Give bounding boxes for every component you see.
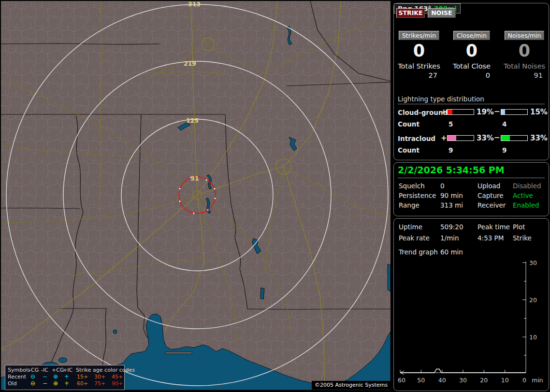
plus-sign: + (441, 108, 447, 116)
strikes-per-min-value: 0 (396, 41, 442, 60)
range-value: 313 mi (440, 201, 463, 209)
total-noises-label: Total Noises (501, 62, 548, 70)
capture-label: Capture (478, 192, 504, 199)
datetime-display: 2/2/2026 5:34:56 PM (398, 165, 505, 175)
total-strikes-label: Total Strikes (396, 62, 442, 70)
ic-plus-bar-fill (448, 136, 456, 140)
cg-minus-bar (501, 109, 528, 115)
ring-label-125: 125 (186, 117, 199, 124)
recent-neg-cg-icon: ⊖ (30, 374, 35, 380)
peak-time-value: 4:53 PM (478, 234, 504, 242)
ring-label-313: 313 (188, 1, 201, 8)
intracloud-label: Intracloud (398, 135, 435, 142)
cg-plus-bar-fill (448, 110, 452, 114)
copyright-notice: ©2005 Astrogenic Systems (312, 381, 391, 390)
legend-row-old-label: Old (8, 380, 17, 387)
y-tick-20: 20 (529, 296, 537, 304)
noises-per-min-button[interactable]: Noises/min (505, 31, 545, 40)
close-per-min-button[interactable]: Close/min (453, 31, 490, 40)
ic-minus-pct: 33% (530, 134, 548, 142)
legend-header-pcg: +CG (52, 367, 64, 373)
x-tick-20: 20 (480, 377, 488, 384)
squelch-label: Squelch (399, 182, 425, 190)
noises-per-min-column: Noises/min 0 Total Noises 91 (501, 30, 548, 79)
lightning-map[interactable]: 313 219 125 31 (1, 1, 391, 390)
capture-state: Active (513, 192, 533, 199)
squelch-value: 0 (440, 182, 445, 190)
distribution-title: Lightning type distribution (398, 95, 484, 103)
cg-minus-pct: 15% (530, 108, 548, 116)
nexstorm-window: 313 219 125 31 Symbols -CG -IC +CG +IC S… (0, 0, 550, 392)
ic-count-label: Count (398, 146, 420, 154)
ic-plus-bar (447, 135, 474, 141)
age-code-15: 15+ (77, 374, 91, 380)
strike-mode-button[interactable]: STRIKE (396, 8, 425, 18)
trend-panel: Uptime 509:20 Peak time Plot Peak rate 1… (393, 218, 549, 391)
legend-header-nic: -IC (41, 367, 48, 373)
noise-mode-button[interactable]: NOISE (428, 8, 456, 18)
trend-y-labels: 30 20 10 (529, 259, 537, 341)
ic-minus-count: 9 (502, 146, 507, 154)
x-tick-30: 30 (459, 377, 467, 384)
upload-label: Upload (478, 182, 500, 190)
strikes-per-min-button[interactable]: Strikes/min (399, 31, 439, 40)
ic-minus-bar (501, 135, 528, 141)
recent-pos-ic-icon: + (64, 374, 69, 380)
y-tick-10: 10 (529, 334, 537, 341)
persistence-value: 90 min (440, 192, 463, 199)
age-code-90: 90+ (112, 380, 126, 387)
ring-label-219: 219 (184, 60, 196, 67)
recent-pos-cg-icon: ⊕ (53, 374, 58, 380)
cg-minus-bar-fill (501, 110, 505, 114)
close-per-min-column: Close/min 0 Total Close 0 (449, 30, 495, 79)
peak-time-label: Peak time (478, 223, 510, 231)
old-pos-ic-icon: + (64, 380, 69, 387)
plot-label: Plot (513, 223, 525, 231)
cg-plus-pct: 19% (477, 108, 494, 116)
trend-axes (400, 262, 526, 375)
trend-x-labels: 60 50 40 30 20 10 0 min (398, 377, 543, 384)
old-neg-ic-icon: − (43, 380, 47, 387)
peak-rate-value: 1/min (440, 234, 459, 242)
range-label: Range (399, 201, 420, 209)
upload-state: Disabled (513, 182, 541, 190)
ic-plus-pct: 33% (477, 134, 494, 142)
x-tick-50: 50 (417, 377, 425, 384)
old-pos-cg-icon: ⊕ (53, 380, 58, 387)
cloud-ground-label: Cloud-ground (398, 109, 448, 116)
status-panel: 2/2/2026 5:34:56 PM Squelch 0 Upload Dis… (393, 162, 549, 216)
uptime-label: Uptime (399, 223, 422, 231)
uptime-value: 509:20 (440, 223, 463, 231)
age-code-75: 75+ (94, 380, 109, 387)
total-close-label: Total Close (449, 62, 495, 70)
x-tick-10: 10 (501, 377, 509, 384)
legend-header-symbols: Symbols (8, 367, 30, 373)
receiver-label: Receiver (478, 201, 506, 209)
divider (398, 178, 545, 178)
noises-per-min-value: 0 (501, 41, 548, 60)
age-code-45: 45+ (112, 374, 126, 380)
old-neg-cg-icon: ⊖ (30, 380, 35, 387)
cg-plus-count: 5 (449, 120, 453, 128)
legend-header-ncg: -CG (29, 367, 39, 373)
total-close-value: 0 (449, 71, 495, 79)
close-per-min-value: 0 (449, 41, 495, 60)
y-tick-30: 30 (529, 259, 537, 266)
total-noises-value: 91 (501, 71, 548, 79)
ic-plus-count: 9 (449, 146, 453, 154)
legend-header-pic: +IC (63, 367, 72, 373)
plot-type-value: Strike (513, 234, 532, 242)
receiver-state: Enabled (513, 201, 539, 209)
symbol-legend: Symbols -CG -IC +CG +IC Strike age color… (5, 365, 125, 390)
x-tick-60: 60 (398, 377, 405, 384)
cg-minus-count: 4 (502, 120, 507, 128)
legend-row-recent-label: Recent (8, 374, 26, 380)
age-code-30: 30+ (94, 374, 109, 380)
trend-graph-value: 60 min (440, 248, 463, 256)
strike-stats-panel: STRIKE NOISE Bng 163° 380mi Strikes/min … (393, 3, 549, 160)
plus-sign: + (441, 134, 447, 142)
persistence-label: Persistence (399, 192, 436, 199)
x-axis-unit: min (532, 377, 543, 384)
divider (398, 104, 545, 104)
minus-sign: − (494, 107, 500, 116)
